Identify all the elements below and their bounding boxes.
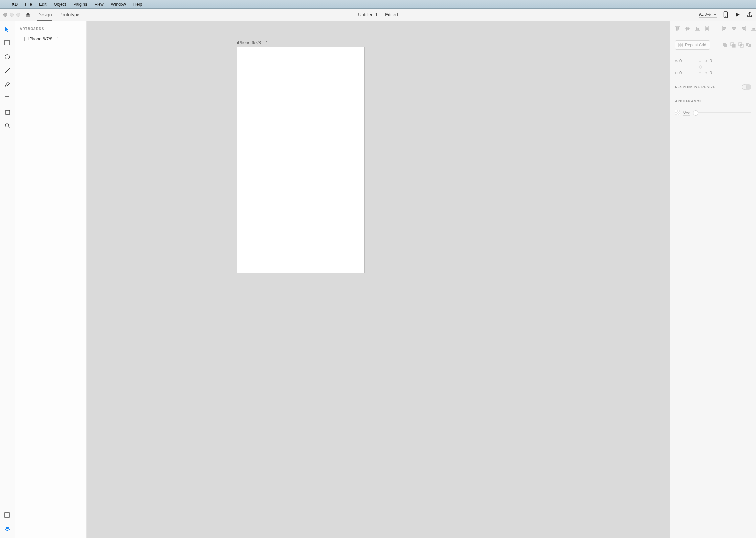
align-hcenter-icon[interactable] <box>731 26 736 31</box>
svg-rect-37 <box>681 45 683 47</box>
artboard-label[interactable]: iPhone 6/7/8 – 1 <box>237 40 268 45</box>
opacity-swatch-icon <box>675 110 680 115</box>
bool-union-icon[interactable] <box>723 42 728 48</box>
play-preview-button[interactable] <box>735 12 740 18</box>
x-label: X <box>705 59 710 63</box>
menu-view[interactable]: View <box>95 2 104 7</box>
svg-rect-15 <box>688 27 689 29</box>
ellipse-tool[interactable] <box>4 54 11 60</box>
menu-file[interactable]: File <box>25 2 32 7</box>
home-button[interactable] <box>25 12 31 18</box>
svg-rect-9 <box>21 37 24 41</box>
rectangle-tool[interactable] <box>4 40 11 47</box>
svg-rect-7 <box>5 513 9 517</box>
svg-rect-33 <box>753 28 755 29</box>
svg-rect-34 <box>679 43 680 45</box>
line-tool[interactable] <box>4 68 11 74</box>
window-controls <box>3 13 20 17</box>
menu-edit[interactable]: Edit <box>39 2 46 7</box>
tab-design[interactable]: Design <box>37 9 52 21</box>
menu-plugins[interactable]: Plugins <box>73 2 87 7</box>
layers-heading: ARTBOARDS <box>20 27 82 30</box>
x-input[interactable] <box>710 58 724 64</box>
svg-rect-35 <box>681 43 683 45</box>
menu-help[interactable]: Help <box>133 2 142 7</box>
svg-rect-17 <box>696 27 697 30</box>
svg-line-4 <box>5 68 10 73</box>
zoom-tool[interactable] <box>4 123 11 130</box>
svg-rect-29 <box>742 27 745 28</box>
width-input[interactable] <box>680 58 694 64</box>
bool-intersect-icon[interactable] <box>738 42 743 48</box>
opacity-value[interactable]: 0% <box>683 110 690 116</box>
distribute-h-icon[interactable] <box>751 26 756 31</box>
artboard[interactable] <box>237 47 365 273</box>
lock-aspect-icon[interactable] <box>696 60 705 74</box>
menu-app[interactable]: XD <box>12 2 18 7</box>
align-bottom-icon[interactable] <box>695 26 700 31</box>
svg-rect-36 <box>679 45 680 47</box>
zoom-control[interactable]: 91.8% <box>698 12 717 18</box>
h-label: H <box>675 71 680 75</box>
align-controls <box>675 25 751 32</box>
repeat-grid-label: Repeat Grid <box>685 43 706 47</box>
tab-prototype[interactable]: Prototype <box>60 9 79 21</box>
align-right-icon[interactable] <box>741 26 746 31</box>
svg-rect-2 <box>5 40 9 45</box>
traffic-close[interactable] <box>3 13 7 17</box>
responsive-resize-label: RESPONSIVE RESIZE <box>675 85 716 89</box>
svg-rect-42 <box>740 44 741 46</box>
layers-panel-button[interactable] <box>4 526 11 533</box>
artboard-tool[interactable] <box>4 109 11 116</box>
select-tool[interactable] <box>4 26 11 33</box>
mode-tabs: Design Prototype <box>37 9 79 21</box>
opacity-control: 0% <box>675 110 751 116</box>
svg-rect-14 <box>686 27 687 30</box>
assets-panel-button[interactable] <box>4 512 11 519</box>
svg-rect-39 <box>732 44 735 47</box>
document-title: Untitled-1 — Edited <box>358 12 398 18</box>
layer-item[interactable]: iPhone 6/7/8 – 1 <box>20 35 82 43</box>
app-toolbar: Design Prototype Untitled-1 — Edited 91.… <box>0 9 756 21</box>
svg-rect-18 <box>697 28 698 30</box>
height-input[interactable] <box>680 70 694 76</box>
repeat-grid-button[interactable]: Repeat Grid <box>675 40 710 50</box>
pen-tool[interactable] <box>4 81 11 88</box>
mac-menubar: XD File Edit Object Plugins View Window … <box>0 0 756 9</box>
bool-exclude-icon[interactable] <box>746 42 751 48</box>
svg-line-6 <box>8 127 10 128</box>
layer-item-label: iPhone 6/7/8 – 1 <box>28 36 60 41</box>
y-input[interactable] <box>710 70 724 76</box>
svg-point-3 <box>5 55 10 59</box>
menu-window[interactable]: Window <box>111 2 126 7</box>
svg-rect-30 <box>743 29 745 30</box>
layers-panel: ARTBOARDS iPhone 6/7/8 – 1 <box>15 21 87 538</box>
inspector-panel: Repeat Grid W X H <box>670 21 756 538</box>
text-tool[interactable] <box>4 95 11 102</box>
align-vcenter-icon[interactable] <box>685 26 690 31</box>
tool-strip <box>0 21 15 538</box>
menu-object[interactable]: Object <box>54 2 66 7</box>
canvas[interactable]: iPhone 6/7/8 – 1 <box>87 21 670 538</box>
artboard-icon <box>20 37 25 41</box>
svg-rect-24 <box>723 29 725 30</box>
device-preview-button[interactable] <box>723 12 729 18</box>
distribute-v-icon[interactable] <box>704 26 710 31</box>
share-button[interactable] <box>747 12 753 18</box>
align-left-icon[interactable] <box>722 26 727 31</box>
svg-point-5 <box>5 124 9 127</box>
boolean-ops <box>723 42 751 48</box>
chevron-down-icon <box>713 13 717 16</box>
svg-rect-21 <box>706 27 708 29</box>
traffic-min[interactable] <box>10 13 14 17</box>
responsive-resize-toggle[interactable] <box>741 84 751 90</box>
traffic-max[interactable] <box>17 13 20 17</box>
align-top-icon[interactable] <box>675 26 680 31</box>
bool-subtract-icon[interactable] <box>731 42 736 48</box>
svg-rect-43 <box>699 66 701 68</box>
grid-icon <box>679 43 683 47</box>
svg-rect-27 <box>733 29 735 30</box>
opacity-slider[interactable] <box>693 112 751 113</box>
zoom-value: 91.8% <box>698 12 711 17</box>
w-label: W <box>675 59 680 63</box>
